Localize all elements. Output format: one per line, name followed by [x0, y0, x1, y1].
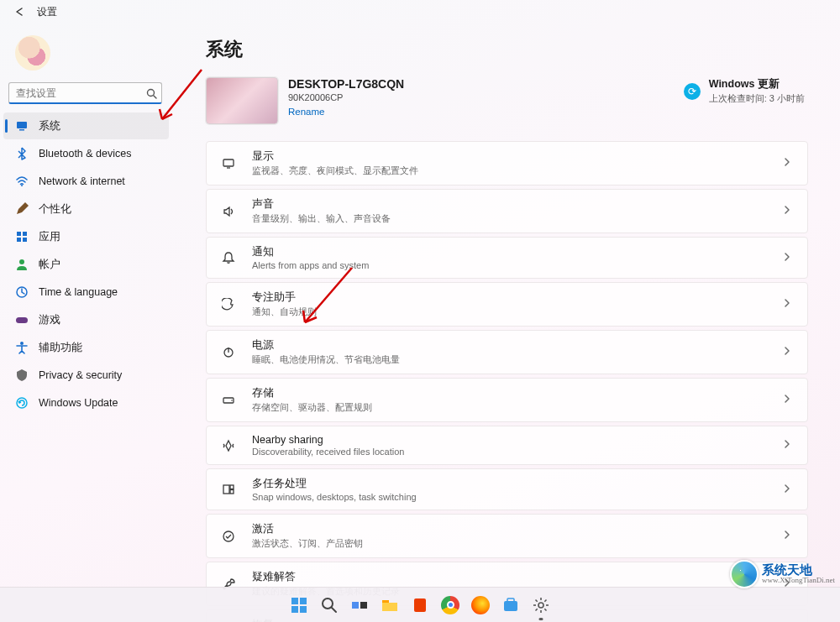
- firefox-button[interactable]: [468, 593, 493, 618]
- windows-update-subtitle: 上次检查时间: 3 小时前: [709, 92, 805, 105]
- card-title: 专注助手: [252, 290, 780, 305]
- sidebar-item-update[interactable]: Windows Update: [3, 389, 169, 416]
- svg-rect-31: [360, 602, 367, 609]
- taskbar-search-button[interactable]: [317, 593, 342, 618]
- sidebar-item-label: Bluetooth & devices: [39, 148, 132, 159]
- card-title: 疑难解答: [252, 570, 780, 584]
- chevron-right-icon: [780, 482, 794, 498]
- card-subtitle: Discoverability, received files location: [252, 447, 780, 457]
- card-title: 多任务处理: [252, 477, 780, 491]
- sidebar-item-gaming[interactable]: 游戏: [3, 306, 169, 333]
- svg-rect-33: [414, 598, 426, 612]
- sidebar-item-apps[interactable]: 应用: [3, 223, 169, 250]
- sidebar-item-time[interactable]: Time & language: [3, 279, 169, 306]
- svg-line-29: [332, 608, 336, 612]
- personalize-icon: [15, 202, 29, 216]
- sidebar-item-label: 帐户: [39, 258, 60, 272]
- sidebar-item-wifi[interactable]: Network & internet: [3, 168, 169, 195]
- time-icon: [15, 285, 29, 299]
- apps-icon: [15, 230, 29, 243]
- chevron-right-icon: [780, 344, 794, 360]
- sidebar-item-label: Windows Update: [39, 397, 118, 409]
- svg-line-44: [544, 599, 546, 601]
- start-button[interactable]: [286, 593, 312, 618]
- focus-icon: [220, 296, 237, 313]
- multitasking-icon: [220, 481, 237, 498]
- sidebar-item-label: 个性化: [39, 202, 71, 217]
- watermark: 系统天地 www.XiTongTianDi.net: [730, 560, 835, 588]
- sidebar-item-label: Network & internet: [39, 175, 125, 187]
- store-button[interactable]: [498, 593, 523, 618]
- privacy-icon: [15, 368, 29, 382]
- card-focus[interactable]: 专注助手通知、自动规则: [206, 282, 808, 327]
- sidebar-item-personalize[interactable]: 个性化: [3, 196, 169, 222]
- file-explorer-button[interactable]: [377, 593, 402, 618]
- taskbar: [0, 587, 840, 622]
- storage-icon: [220, 392, 237, 409]
- sidebar-item-label: 应用: [39, 230, 60, 244]
- device-header: DESKTOP-L7G8CQN 90K20006CP Rename ⟳ Wind…: [206, 77, 808, 124]
- card-subtitle: 存储空间、驱动器、配置规则: [252, 401, 780, 414]
- card-display[interactable]: 显示监视器、亮度、夜间模式、显示配置文件: [206, 141, 808, 186]
- card-title: 电源: [252, 338, 780, 353]
- search-input[interactable]: [8, 82, 162, 104]
- office-button[interactable]: [407, 593, 433, 618]
- svg-rect-27: [300, 606, 307, 613]
- back-button[interactable]: [10, 2, 30, 22]
- system-icon: [15, 119, 29, 133]
- task-view-button[interactable]: [347, 593, 372, 618]
- settings-cards: 显示监视器、亮度、夜间模式、显示配置文件 声音音量级别、输出、输入、声音设备 通…: [206, 141, 808, 622]
- svg-line-42: [544, 609, 546, 610]
- sidebar-item-privacy[interactable]: Privacy & security: [3, 362, 169, 389]
- sidebar-item-bluetooth[interactable]: Bluetooth & devices: [3, 140, 169, 167]
- sidebar-item-accessibility[interactable]: 辅助功能: [3, 334, 169, 361]
- windows-update-title: Windows 更新: [709, 77, 805, 91]
- sidebar-item-account[interactable]: 帐户: [3, 251, 169, 278]
- sidebar-item-system[interactable]: 系统: [3, 112, 169, 139]
- card-title: 声音: [252, 197, 780, 212]
- sound-icon: [220, 203, 237, 220]
- rename-link[interactable]: Rename: [288, 107, 404, 117]
- card-power[interactable]: 电源睡眠、电池使用情况、节省电池电量: [206, 330, 808, 374]
- card-multitasking[interactable]: 多任务处理Snap windows, desktops, task switch…: [206, 468, 808, 510]
- device-name: DESKTOP-L7G8CQN: [288, 77, 404, 91]
- card-sound[interactable]: 声音音量级别、输出、输入、声音设备: [206, 189, 808, 233]
- chevron-right-icon: [780, 437, 794, 453]
- svg-rect-32: [382, 600, 389, 603]
- device-thumbnail: [206, 77, 278, 124]
- card-subtitle: Snap windows, desktops, task switching: [252, 492, 780, 502]
- accessibility-icon: [15, 341, 29, 354]
- card-title: 显示: [252, 149, 780, 164]
- settings-taskbar-button[interactable]: [528, 593, 554, 618]
- svg-point-28: [323, 598, 333, 609]
- notifications-icon: [220, 249, 237, 266]
- chevron-right-icon: [780, 155, 794, 171]
- card-notifications[interactable]: 通知Alerts from apps and system: [206, 237, 808, 279]
- sidebar-item-label: Time & language: [39, 286, 118, 298]
- sidebar-item-label: 系统: [39, 119, 60, 133]
- svg-rect-35: [507, 598, 514, 602]
- windows-update-card[interactable]: ⟳ Windows 更新 上次检查时间: 3 小时前: [684, 77, 808, 105]
- sidebar-nav: 系统Bluetooth & devicesNetwork & internet个…: [3, 112, 169, 416]
- chrome-button[interactable]: [438, 593, 463, 618]
- svg-point-36: [538, 603, 543, 608]
- card-subtitle: 激活状态、订阅、产品密钥: [252, 537, 780, 550]
- card-subtitle: 监视器、亮度、夜间模式、显示配置文件: [252, 165, 780, 177]
- card-activation[interactable]: 激活激活状态、订阅、产品密钥: [206, 514, 808, 558]
- nearby-icon: [220, 437, 237, 454]
- card-subtitle: Alerts from apps and system: [252, 260, 780, 270]
- user-avatar[interactable]: [15, 35, 50, 71]
- update-sync-icon: ⟳: [684, 83, 701, 100]
- card-storage[interactable]: 存储存储空间、驱动器、配置规则: [206, 378, 808, 422]
- sidebar-item-label: Privacy & security: [39, 369, 122, 381]
- app-title: 设置: [37, 5, 57, 19]
- watermark-url: www.XiTongTianDi.net: [762, 577, 835, 584]
- watermark-title: 系统天地: [762, 564, 835, 577]
- chevron-right-icon: [780, 203, 794, 219]
- card-nearby[interactable]: Nearby sharingDiscoverability, received …: [206, 426, 808, 465]
- display-icon: [220, 155, 237, 172]
- card-title: Nearby sharing: [252, 434, 780, 446]
- watermark-globe-icon: [730, 560, 759, 588]
- activation-icon: [220, 528, 237, 545]
- svg-rect-24: [291, 598, 298, 604]
